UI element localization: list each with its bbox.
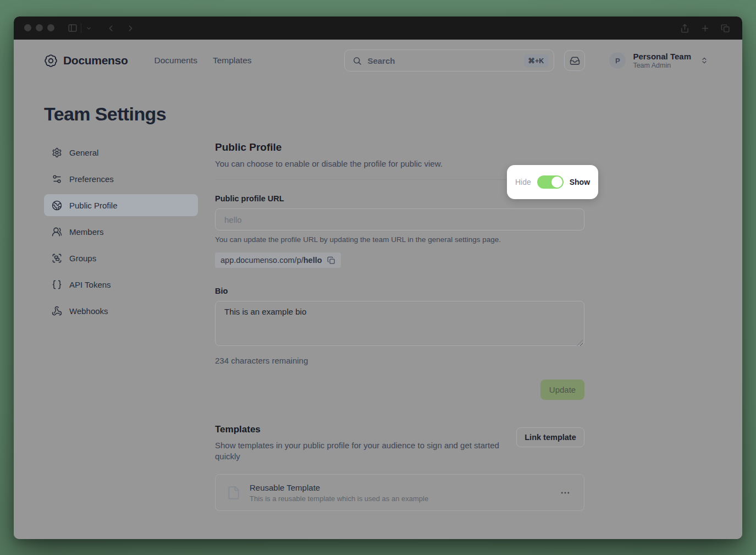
template-title: Reusable Template xyxy=(250,483,428,492)
browser-window: Documenso Documents Templates ⌘+K P Pers… xyxy=(14,17,742,539)
share-icon xyxy=(680,24,689,33)
brand[interactable]: Documenso xyxy=(44,54,128,68)
template-actions-button[interactable] xyxy=(558,485,573,501)
toggle-hide-label: Hide xyxy=(515,178,531,186)
nav-documents[interactable]: Documents xyxy=(154,56,197,65)
update-button[interactable]: Update xyxy=(540,380,584,400)
page-title: Team Settings xyxy=(44,103,712,125)
sidebar-item-label: General xyxy=(69,148,98,157)
nav-templates[interactable]: Templates xyxy=(213,56,252,65)
sidebar-item-api-tokens[interactable]: API Tokens xyxy=(44,273,198,295)
copy-url-button[interactable] xyxy=(327,256,335,265)
close-button[interactable] xyxy=(24,24,31,31)
sidebar-item-members[interactable]: Members xyxy=(44,221,198,243)
templates-section-description: Show templates in your public profile fo… xyxy=(215,440,506,462)
more-horizontal-icon xyxy=(560,487,571,498)
braces-icon xyxy=(52,279,62,290)
users-icon xyxy=(52,227,62,237)
public-profile-url-input[interactable] xyxy=(215,208,584,230)
chevrons-up-down-icon xyxy=(700,57,708,64)
gear-icon xyxy=(52,147,62,158)
search-shortcut-badge: ⌘+K xyxy=(524,54,549,67)
tab-overview-button[interactable] xyxy=(721,24,730,33)
avatar: P xyxy=(609,52,626,69)
zoom-button[interactable] xyxy=(47,24,54,31)
chevron-right-icon xyxy=(126,24,135,33)
traffic-lights xyxy=(24,24,54,31)
share-button[interactable] xyxy=(680,24,689,33)
user-name: Personal Team xyxy=(633,52,691,62)
toggle-show-label: Show xyxy=(570,178,590,186)
webhook-icon xyxy=(52,306,62,316)
sliders-icon xyxy=(52,174,62,184)
globe-icon xyxy=(52,200,62,211)
sidebar-item-label: Groups xyxy=(69,254,96,263)
search-bar[interactable]: ⌘+K xyxy=(344,50,554,72)
template-subtitle: This is a reusable template which is use… xyxy=(250,494,428,503)
brand-name: Documenso xyxy=(63,54,128,67)
tabs-icon xyxy=(721,24,730,33)
user-menu[interactable]: P Personal Team Team Admin xyxy=(609,52,708,70)
search-icon xyxy=(352,56,362,65)
app-header: Documenso Documents Templates ⌘+K P Pers… xyxy=(14,40,742,81)
main-nav: Documents Templates xyxy=(154,56,252,65)
sidebar-item-general[interactable]: General xyxy=(44,141,198,163)
file-icon xyxy=(227,485,241,501)
sidebar-item-webhooks[interactable]: Webhooks xyxy=(44,300,198,322)
public-url-pill: app.documenso.com/p/hello xyxy=(215,252,341,268)
template-list-item[interactable]: Reusable Template This is a reusable tem… xyxy=(215,474,584,511)
bio-textarea[interactable]: This is an example bio xyxy=(215,301,584,346)
forward-button[interactable] xyxy=(126,24,135,33)
documenso-logo-icon xyxy=(44,54,58,68)
user-role: Team Admin xyxy=(633,62,691,70)
bio-field-label: Bio xyxy=(215,287,584,295)
profile-visibility-toggle[interactable] xyxy=(537,175,564,189)
section-title: Public Profile xyxy=(215,141,584,153)
public-url-text: app.documenso.com/p/hello xyxy=(220,256,322,265)
chevron-down-icon xyxy=(86,25,92,31)
sidebar-item-label: Webhooks xyxy=(69,306,108,316)
url-helper-text: You can update the profile URL by updati… xyxy=(215,235,584,244)
sidebar-item-label: Members xyxy=(69,227,104,237)
sidebar-item-preferences[interactable]: Preferences xyxy=(44,168,198,190)
templates-section-title: Templates xyxy=(215,424,506,435)
sidebar-toggle-button[interactable] xyxy=(68,23,78,33)
toggle-knob xyxy=(551,177,562,188)
minimize-button[interactable] xyxy=(36,24,43,31)
sidebar-item-label: API Tokens xyxy=(69,280,111,289)
sidebar-menu-chevron[interactable] xyxy=(86,25,92,31)
plus-icon xyxy=(700,24,710,33)
panel-left-icon xyxy=(68,23,78,33)
sidebar-item-public-profile[interactable]: Public Profile xyxy=(44,194,198,216)
sidebar-item-label: Preferences xyxy=(69,174,114,184)
back-button[interactable] xyxy=(106,24,115,33)
copy-icon xyxy=(327,256,335,265)
titlebar-divider xyxy=(81,23,81,33)
chevron-left-icon xyxy=(106,24,115,33)
characters-remaining: 234 characters remaining xyxy=(215,356,584,365)
search-input[interactable] xyxy=(367,56,518,65)
profile-visibility-spotlight: Hide Show xyxy=(507,165,598,199)
settings-sidenav: General Preferences Public Profile Membe… xyxy=(44,141,198,511)
sidebar-item-label: Public Profile xyxy=(69,201,118,210)
inbox-icon xyxy=(570,56,580,66)
app-content: Documenso Documents Templates ⌘+K P Pers… xyxy=(14,40,742,539)
inbox-button[interactable] xyxy=(564,50,585,71)
new-tab-button[interactable] xyxy=(700,24,710,33)
browser-titlebar xyxy=(14,17,742,40)
group-icon xyxy=(52,253,62,263)
link-template-button[interactable]: Link template xyxy=(516,427,584,447)
sidebar-item-groups[interactable]: Groups xyxy=(44,247,198,269)
team-settings-page: Team Settings General Preferences Public… xyxy=(14,103,742,511)
